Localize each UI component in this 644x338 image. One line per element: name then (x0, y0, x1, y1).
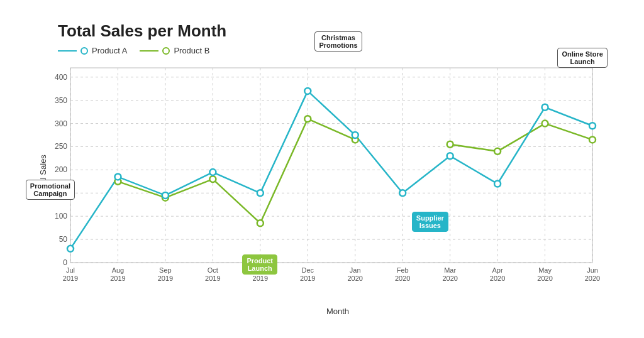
chart-container: Total Sales per Month Product A Product … (14, 9, 630, 329)
legend-dot-a (80, 47, 88, 55)
svg-text:Jun2020: Jun2020 (585, 266, 600, 282)
legend-label-b: Product B (174, 46, 209, 55)
svg-rect-42 (70, 68, 592, 263)
y-axis-label: Total Sales (38, 155, 48, 195)
legend-dot-b (162, 47, 170, 55)
svg-text:Mar2020: Mar2020 (442, 266, 457, 282)
svg-text:250: 250 (55, 142, 67, 151)
legend-label-a: Product A (92, 46, 127, 55)
legend-item-a: Product A (58, 46, 127, 55)
svg-point-63 (542, 104, 548, 111)
svg-point-58 (304, 88, 311, 94)
svg-point-64 (589, 123, 596, 129)
svg-point-60 (399, 190, 406, 196)
svg-point-47 (304, 116, 311, 122)
svg-text:Nov2019: Nov2019 (253, 266, 268, 282)
legend-item-b: Product B (140, 46, 209, 55)
svg-text:400: 400 (55, 73, 67, 82)
svg-point-54 (114, 173, 121, 180)
svg-point-51 (542, 121, 548, 127)
svg-text:May2020: May2020 (537, 266, 552, 282)
svg-point-56 (209, 169, 216, 175)
svg-point-52 (589, 136, 596, 143)
svg-point-59 (352, 132, 358, 138)
legend: Product A Product B (58, 46, 618, 55)
chart-area: Total Sales Month 0501001502002503003504… (58, 62, 618, 288)
svg-text:Oct2019: Oct2019 (205, 266, 220, 282)
svg-text:100: 100 (55, 212, 67, 221)
svg-text:0: 0 (63, 258, 67, 267)
svg-text:200: 200 (55, 165, 67, 174)
svg-point-50 (494, 148, 501, 155)
svg-point-45 (209, 176, 216, 182)
svg-text:Jul2019: Jul2019 (63, 266, 78, 282)
svg-text:Feb2020: Feb2020 (395, 266, 410, 282)
svg-text:350: 350 (55, 96, 67, 105)
svg-text:50: 50 (59, 235, 68, 244)
svg-text:Dec2019: Dec2019 (300, 266, 315, 282)
svg-point-49 (447, 141, 453, 148)
chart-svg: 050100150200250300350400Jul2019Aug2019Se… (58, 62, 618, 288)
svg-text:150: 150 (55, 188, 67, 197)
svg-point-55 (162, 192, 169, 199)
svg-text:300: 300 (55, 119, 67, 128)
svg-point-57 (257, 190, 264, 196)
svg-point-53 (67, 246, 74, 252)
x-axis-label: Month (326, 307, 349, 316)
svg-text:Sep2019: Sep2019 (158, 266, 173, 282)
svg-point-62 (494, 181, 501, 187)
svg-text:Apr2020: Apr2020 (490, 266, 505, 282)
svg-point-61 (447, 153, 453, 159)
chart-title: Total Sales per Month (58, 21, 618, 41)
svg-text:Aug2019: Aug2019 (110, 266, 125, 282)
svg-point-46 (257, 220, 264, 226)
svg-text:Jan2020: Jan2020 (347, 266, 362, 282)
